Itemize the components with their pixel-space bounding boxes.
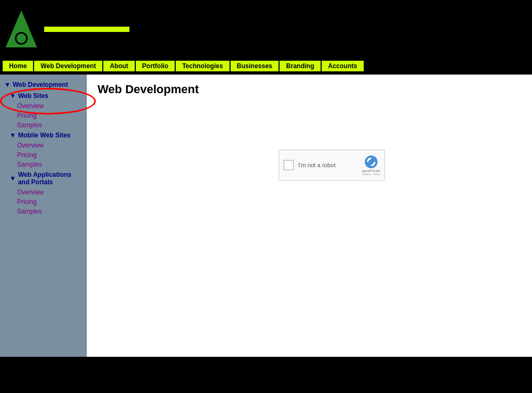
sidebar-link-mobile-samples[interactable]: Samples (0, 160, 87, 169)
sidebar-group-web-sites[interactable]: ▼ Web Sites (0, 91, 87, 101)
sidebar-section-web-development[interactable]: ▼ Web Development (0, 79, 87, 91)
sidebar-link-web-sites-pricing[interactable]: Pricing (0, 111, 87, 120)
page-title: Web Development (97, 83, 521, 96)
nav-item-businesses[interactable]: Businesses (231, 61, 279, 71)
nav-item-accounts[interactable]: Accounts (322, 61, 364, 71)
nav-bar: Home Web Development About Portfolio Tec… (0, 59, 532, 75)
recaptcha-widget[interactable]: I'm not a robot reCAPTCHA Privacy - Term… (279, 150, 385, 181)
nav-item-home[interactable]: Home (3, 61, 33, 71)
sidebar-arrow-web-sites: ▼ (10, 92, 16, 100)
header (0, 0, 532, 59)
sidebar-link-webapps-samples[interactable]: Samples (0, 207, 87, 216)
sidebar-link-web-sites-samples[interactable]: Samples (0, 120, 87, 130)
sidebar-link-webapps-pricing[interactable]: Pricing (0, 197, 87, 207)
recaptcha-checkbox[interactable] (283, 160, 294, 170)
nav-item-branding[interactable]: Branding (280, 61, 321, 71)
content-area: Web Development I'm not a robot reCAPTCH… (87, 75, 532, 357)
nav-item-portfolio[interactable]: Portfolio (136, 61, 175, 71)
sidebar-arrow-web-apps: ▼ (10, 175, 16, 182)
sidebar-group-web-apps-label: Web Applications and Portals (18, 171, 77, 186)
sidebar-link-web-sites-overview[interactable]: Overview (0, 101, 87, 111)
sidebar: ▼ Web Development ▼ Web Sites Overview P… (0, 75, 87, 357)
nav-item-about[interactable]: About (103, 61, 135, 71)
nav-item-technologies[interactable]: Technologies (176, 61, 229, 71)
sidebar-group-mobile-label: Mobile Web Sites (18, 132, 70, 139)
sidebar-group-mobile-web-sites[interactable]: ▼ Mobile Web Sites (0, 130, 87, 141)
sidebar-section-label: Web Development (13, 81, 68, 88)
sidebar-link-mobile-overview[interactable]: Overview (0, 141, 87, 150)
sidebar-link-mobile-pricing[interactable]: Pricing (0, 150, 87, 160)
logo-text-bar (44, 27, 129, 32)
sidebar-arrow-mobile-web-sites: ▼ (10, 132, 16, 139)
sidebar-link-webapps-overview[interactable]: Overview (0, 187, 87, 197)
svg-point-2 (17, 34, 26, 43)
recaptcha-logo: reCAPTCHA Privacy - Terms (362, 154, 380, 176)
footer-bar (0, 357, 532, 393)
sidebar-arrow-web-dev: ▼ (4, 81, 11, 88)
logo-icon (5, 11, 37, 48)
main-content: ▼ Web Development ▼ Web Sites Overview P… (0, 75, 532, 357)
nav-item-web-dev[interactable]: Web Development (34, 61, 102, 71)
sidebar-group-web-sites-label: Web Sites (18, 92, 48, 100)
recaptcha-label: I'm not a robot (298, 162, 358, 168)
sidebar-group-web-apps[interactable]: ▼ Web Applications and Portals (0, 169, 87, 187)
recaptcha-policy: Privacy - Terms (362, 173, 380, 176)
logo-container (5, 11, 129, 48)
